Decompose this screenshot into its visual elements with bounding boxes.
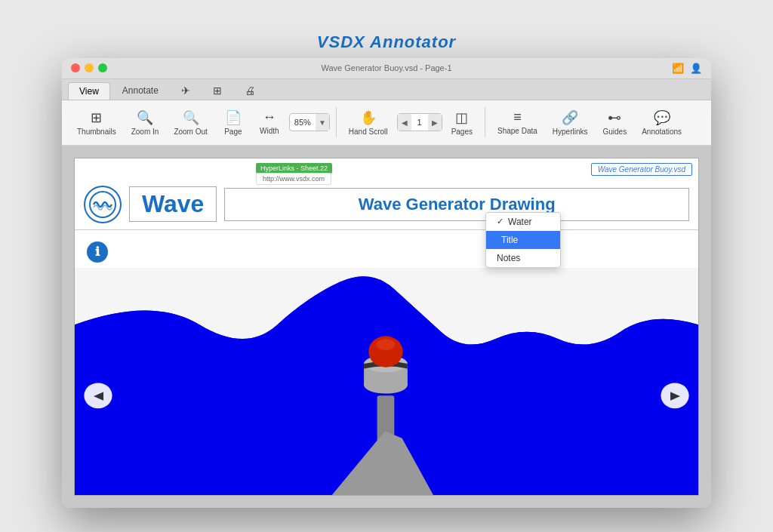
next-page-button[interactable]: ▶ (428, 114, 442, 131)
canvas-area: Water Title Notes HyperLinks - Sheet.22 … (62, 146, 711, 508)
width-icon: ↔ (263, 109, 276, 125)
annotations-button[interactable]: 💬 Annotations (636, 106, 688, 139)
zoom-selector[interactable]: 85% ▼ (289, 113, 330, 131)
app-window: Wave Generator Buoy.vsd - Page-1 📶 👤 Vie… (62, 58, 711, 508)
tab-bar: View Annotate ✈ ⊞ 🖨 (62, 79, 711, 100)
doc-header: Wave Wave Generator Drawing (75, 180, 698, 230)
dropdown-item-notes[interactable]: Notes (486, 249, 560, 267)
hand-scroll-icon: ✋ (360, 109, 377, 126)
separator (336, 107, 337, 137)
shape-data-icon: ≡ (513, 109, 522, 125)
separator2 (485, 107, 485, 137)
annotations-icon: 💬 (654, 109, 670, 126)
svg-text:◀: ◀ (94, 389, 104, 401)
title-bar-right: 📶 👤 (672, 63, 702, 74)
tab-icon1[interactable]: ✈ (171, 82, 201, 100)
close-button[interactable] (71, 63, 80, 72)
tab-annotate[interactable]: Annotate (112, 82, 169, 100)
wave-svg: ◀ ▶ (75, 268, 698, 495)
dropdown-item-water[interactable]: Water (486, 213, 560, 231)
wave-logo (84, 186, 122, 223)
drawing-title: Wave Generator Drawing (224, 188, 689, 221)
document-canvas: HyperLinks - Sheet.22 http://www.vsdx.co… (74, 158, 699, 496)
dropdown-item-title[interactable]: Title (486, 231, 560, 249)
zoom-value: 85% (290, 118, 316, 127)
wifi-icon: 📶 (672, 63, 684, 74)
wave-diagram: ◀ ▶ (75, 268, 698, 495)
guides-button[interactable]: ⊷ Guides (597, 106, 633, 139)
thumbnails-icon: ⊞ (91, 109, 102, 126)
wave-title: Wave (129, 186, 217, 222)
zoom-out-button[interactable]: 🔍 Zoom Out (168, 106, 213, 139)
prev-page-button[interactable]: ◀ (398, 114, 411, 131)
toolbar: ⊞ Thumbnails 🔍 Zoom In 🔍 Zoom Out 📄 Page… (62, 100, 711, 146)
pages-button[interactable]: ◫ Pages (445, 106, 479, 139)
page-number: 1 (411, 118, 428, 127)
page-icon: 📄 (225, 109, 242, 126)
traffic-lights (71, 63, 107, 72)
wave-logo-svg (89, 191, 116, 218)
svg-point-8 (377, 339, 396, 350)
hyperlinks-button[interactable]: 🔗 Hyperlinks (547, 106, 594, 139)
tab-view[interactable]: View (68, 82, 110, 100)
svg-text:▶: ▶ (670, 389, 681, 401)
minimize-button[interactable] (85, 63, 94, 72)
width-button[interactable]: ↔ Width (253, 106, 286, 138)
shape-data-button[interactable]: ≡ Shape Data (491, 106, 544, 138)
layers-dropdown: Water Title Notes (485, 212, 561, 268)
pages-icon: ◫ (455, 109, 468, 126)
page-navigator: ◀ 1 ▶ (397, 113, 442, 131)
tab-icon3[interactable]: 🖨 (234, 82, 266, 100)
hand-scroll-button[interactable]: ✋ Hand Scroll (343, 106, 394, 139)
page-button[interactable]: 📄 Page (217, 106, 250, 139)
window-title: Wave Generator Buoy.vsd - Page-1 (321, 63, 451, 72)
thumbnails-button[interactable]: ⊞ Thumbnails (71, 106, 122, 139)
guides-icon: ⊷ (608, 109, 621, 126)
file-label: Wave Generator Buoy.vsd (591, 163, 692, 176)
tab-icon2[interactable]: ⊞ (202, 82, 233, 100)
hyperlink-tag: HyperLinks - Sheet.22 (256, 163, 332, 174)
zoom-in-button[interactable]: 🔍 Zoom In (125, 106, 165, 139)
title-bar: Wave Generator Buoy.vsd - Page-1 📶 👤 (62, 58, 711, 79)
maximize-button[interactable] (98, 63, 107, 72)
user-icon: 👤 (690, 63, 702, 74)
zoom-dropdown-button[interactable]: ▼ (316, 114, 329, 131)
zoom-in-icon: 🔍 (137, 109, 153, 126)
hyperlinks-icon: 🔗 (562, 109, 578, 126)
app-title: VSDX Annotator (317, 25, 456, 58)
hyperlink-url: http://www.vsdx.com (256, 173, 331, 185)
zoom-out-icon: 🔍 (183, 109, 199, 126)
info-icon[interactable]: ℹ (87, 241, 108, 263)
